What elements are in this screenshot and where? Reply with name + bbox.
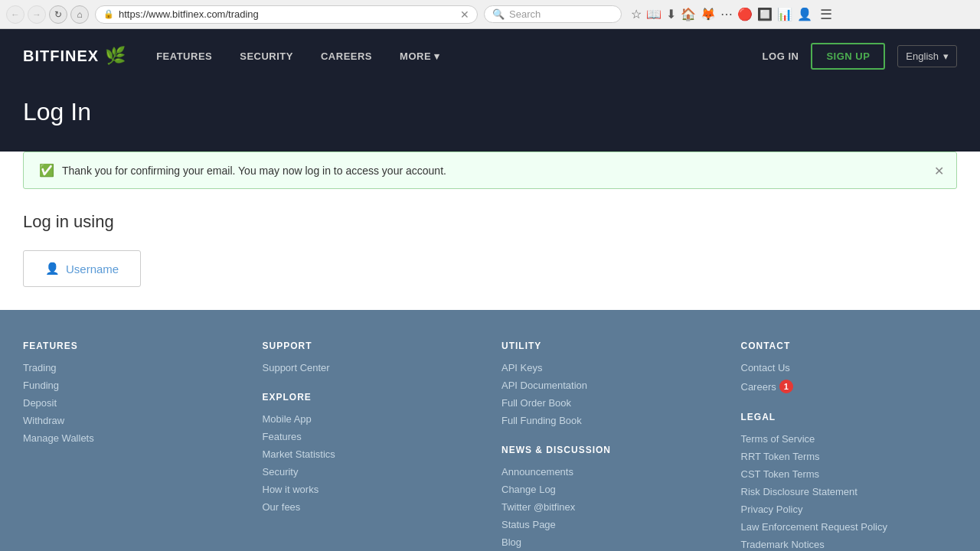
nav-careers[interactable]: CAREERS (321, 51, 372, 62)
language-text: English (906, 51, 939, 62)
footer-link-status-page[interactable]: Status Page (501, 519, 718, 530)
login-using-label: Log in using (23, 212, 957, 232)
footer-legal-title: LEGAL (741, 412, 958, 422)
footer-link-change-log[interactable]: Change Log (501, 484, 718, 495)
address-bar[interactable]: 🔒 https://www.bitfinex.com/trading ✕ (95, 5, 478, 24)
pocket-icon[interactable]: 🦊 (701, 7, 716, 21)
page-title: Log In (23, 98, 957, 126)
browser-chrome: ← → ↻ ⌂ 🔒 https://www.bitfinex.com/tradi… (0, 0, 980, 29)
footer-link-api-keys[interactable]: API Keys (501, 362, 718, 373)
footer-link-blog[interactable]: Blog (501, 536, 718, 548)
footer-explore-section: EXPLORE Mobile App Features Market Stati… (263, 392, 479, 513)
url-text: https://www.bitfinex.com/trading (119, 8, 456, 20)
footer-link-privacy[interactable]: Privacy Policy (741, 504, 958, 515)
search-placeholder: Search (509, 8, 541, 20)
success-icon: ✅ (39, 163, 54, 178)
address-close-icon[interactable]: ✕ (460, 8, 469, 21)
footer-support-section: SUPPORT Support Center (263, 341, 479, 373)
language-selector[interactable]: English ▾ (897, 45, 957, 67)
footer-link-terms[interactable]: Terms of Service (741, 433, 958, 445)
search-bar[interactable]: 🔍 Search (484, 5, 622, 23)
footer-legal-section: LEGAL Terms of Service RRT Token Terms C… (741, 412, 958, 551)
login-section: Log in using 👤 Username (0, 189, 980, 310)
addon4-icon[interactable]: 👤 (797, 7, 812, 21)
toolbar-icons: ☆ 📖 ⬇ 🏠 🦊 ⋯ 🔴 🔲 📊 👤 ☰ (631, 6, 832, 23)
footer-link-our-fees[interactable]: Our fees (263, 501, 479, 513)
alert-message: Thank you for confirming your email. You… (62, 165, 941, 177)
footer-link-features[interactable]: Features (263, 431, 479, 442)
home-btn[interactable]: ⌂ (70, 5, 89, 24)
footer-link-market-stats[interactable]: Market Statistics (263, 448, 479, 460)
extensions-icon[interactable]: ⋯ (720, 7, 733, 21)
careers-badge: 1 (779, 380, 793, 393)
footer-link-full-order-book[interactable]: Full Order Book (501, 397, 718, 409)
back-btn[interactable]: ← (6, 5, 24, 24)
lock-icon: 🔒 (103, 9, 114, 19)
footer-support-explore-col: SUPPORT Support Center EXPLORE Mobile Ap… (263, 341, 479, 551)
footer-explore-title: EXPLORE (263, 392, 479, 403)
footer-features-col: FEATURES Trading Funding Deposit Withdra… (23, 341, 240, 551)
nav-right: LOG IN SIGN UP English ▾ (763, 43, 957, 70)
nav-links: FEATURES SECURITY CAREERS MORE ▾ (156, 51, 439, 62)
lang-chevron-icon: ▾ (943, 51, 949, 62)
footer-link-withdraw[interactable]: Withdraw (23, 415, 240, 426)
reading-icon[interactable]: 📖 (646, 7, 662, 21)
footer-link-security[interactable]: Security (263, 466, 479, 478)
username-login-button[interactable]: 👤 Username (23, 250, 141, 287)
nav-left: BITFINEX 🌿 FEATURES SECURITY CAREERS MOR… (23, 46, 440, 66)
search-icon: 🔍 (492, 8, 505, 20)
footer-news-section: NEWS & DISCUSSION Announcements Change L… (501, 445, 718, 548)
footer-link-mobile-app[interactable]: Mobile App (263, 413, 479, 425)
forward-btn[interactable]: → (28, 5, 46, 24)
footer-link-careers[interactable]: Careers 1 (741, 380, 958, 393)
footer-link-deposit[interactable]: Deposit (23, 397, 240, 409)
footer-link-trademark[interactable]: Trademark Notices (741, 539, 958, 550)
footer-link-trading[interactable]: Trading (23, 362, 240, 373)
footer-link-support-center[interactable]: Support Center (263, 362, 479, 373)
signup-button[interactable]: SIGN UP (811, 43, 885, 70)
footer-contact-legal-col: CONTACT Contact Us Careers 1 LEGAL Terms… (741, 341, 958, 551)
chevron-down-icon: ▾ (434, 51, 440, 62)
footer-link-full-funding-book[interactable]: Full Funding Book (501, 415, 718, 426)
main-header: Log In (0, 83, 980, 152)
addon3-icon[interactable]: 📊 (777, 7, 792, 21)
footer-features-title: FEATURES (23, 341, 240, 351)
footer: FEATURES Trading Funding Deposit Withdra… (0, 310, 980, 551)
nav-more[interactable]: MORE ▾ (400, 51, 440, 62)
footer-link-contact-us[interactable]: Contact Us (741, 362, 958, 373)
footer-link-law-enforcement[interactable]: Law Enforcement Request Policy (741, 521, 958, 533)
footer-link-twitter[interactable]: Twitter @bitfinex (501, 501, 718, 513)
footer-link-api-docs[interactable]: API Documentation (501, 380, 718, 391)
footer-link-announcements[interactable]: Announcements (501, 466, 718, 478)
alert-banner: ✅ Thank you for confirming your email. Y… (23, 152, 957, 189)
login-button[interactable]: LOG IN (763, 51, 799, 62)
footer-link-cst[interactable]: CST Token Terms (741, 468, 958, 480)
bookmark-icon[interactable]: ☆ (631, 7, 642, 21)
footer-utility-section: UTILITY API Keys API Documentation Full … (501, 341, 718, 426)
nav-features[interactable]: FEATURES (156, 51, 212, 62)
user-icon: 👤 (45, 262, 60, 276)
addon2-icon[interactable]: 🔲 (757, 7, 773, 21)
reload-btn[interactable]: ↻ (49, 5, 67, 24)
addon1-icon[interactable]: 🔴 (737, 7, 753, 21)
footer-news-title: NEWS & DISCUSSION (501, 445, 718, 455)
house-icon[interactable]: 🏠 (681, 7, 696, 21)
footer-grid: FEATURES Trading Funding Deposit Withdra… (23, 341, 957, 551)
logo-leaf-icon: 🌿 (105, 46, 126, 66)
footer-link-risk-disclosure[interactable]: Risk Disclosure Statement (741, 486, 958, 497)
footer-link-funding[interactable]: Funding (23, 380, 240, 391)
site-navigation: BITFINEX 🌿 FEATURES SECURITY CAREERS MOR… (0, 29, 980, 83)
footer-contact-section: CONTACT Contact Us Careers 1 (741, 341, 958, 393)
footer-support-title: SUPPORT (263, 341, 479, 351)
footer-link-how-it-works[interactable]: How it works (263, 484, 479, 495)
logo-text: BITFINEX (23, 47, 99, 65)
nav-security[interactable]: SECURITY (240, 51, 293, 62)
footer-link-manage-wallets[interactable]: Manage Wallets (23, 432, 240, 444)
footer-utility-news-col: UTILITY API Keys API Documentation Full … (501, 341, 718, 551)
logo[interactable]: BITFINEX 🌿 (23, 46, 126, 66)
footer-link-rrt[interactable]: RRT Token Terms (741, 451, 958, 462)
download-icon[interactable]: ⬇ (666, 7, 676, 21)
browser-menu-icon[interactable]: ☰ (820, 6, 832, 23)
footer-contact-title: CONTACT (741, 341, 958, 351)
alert-close-button[interactable]: ✕ (934, 163, 944, 178)
